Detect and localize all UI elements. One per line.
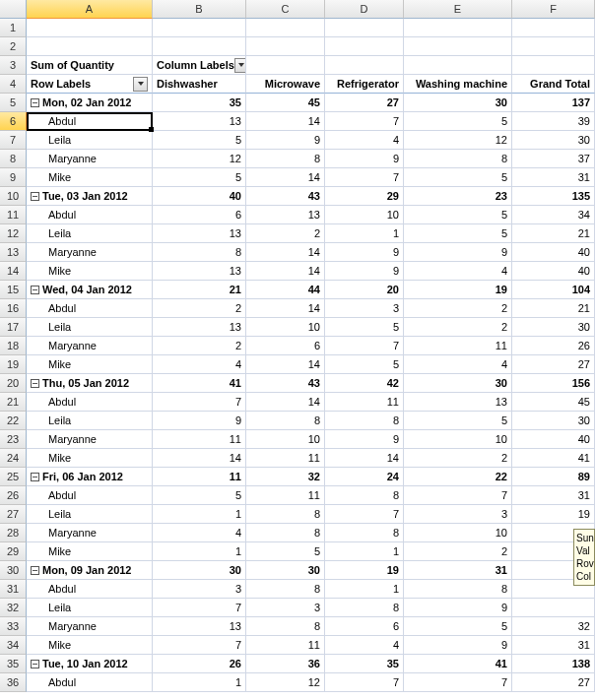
item-value[interactable]: 1: [153, 673, 246, 692]
row-header[interactable]: 23: [0, 430, 27, 449]
row-header[interactable]: 5: [0, 94, 27, 112]
cell[interactable]: [404, 19, 512, 37]
item-value[interactable]: 7: [325, 505, 404, 524]
column-labels-dropdown-icon[interactable]: [234, 58, 246, 73]
group-value[interactable]: 11: [153, 468, 246, 486]
item-value[interactable]: 5: [246, 542, 325, 561]
row-header[interactable]: 19: [0, 355, 27, 374]
item-value[interactable]: 13: [246, 206, 325, 224]
item-value[interactable]: 14: [246, 262, 325, 281]
group-row-label[interactable]: Thu, 05 Jan 2012: [27, 374, 153, 393]
row-header[interactable]: 10: [0, 187, 27, 206]
group-value[interactable]: 40: [153, 187, 246, 206]
row-header[interactable]: 25: [0, 468, 27, 486]
group-value[interactable]: 44: [246, 281, 325, 299]
item-row-label[interactable]: Abdul: [27, 673, 153, 692]
item-row-label[interactable]: Leila: [27, 505, 153, 524]
item-value[interactable]: 13: [153, 617, 246, 636]
item-value[interactable]: 12: [404, 131, 512, 150]
cell[interactable]: [27, 19, 153, 37]
group-value[interactable]: 43: [246, 187, 325, 206]
group-total[interactable]: 137: [512, 94, 595, 112]
column-header-F[interactable]: F: [512, 0, 595, 19]
item-row-label[interactable]: Leila: [27, 131, 153, 150]
item-row-label[interactable]: Leila: [27, 318, 153, 337]
group-value[interactable]: 21: [153, 281, 246, 299]
item-total[interactable]: 30: [512, 412, 595, 430]
group-value[interactable]: 42: [325, 374, 404, 393]
pivot-col-header[interactable]: Grand Total: [512, 75, 595, 94]
item-row-label[interactable]: Abdul: [27, 206, 153, 224]
column-header-A[interactable]: A: [27, 0, 153, 19]
item-total[interactable]: 21: [512, 224, 595, 243]
group-total[interactable]: 135: [512, 187, 595, 206]
item-value[interactable]: 9: [325, 243, 404, 262]
group-row-label[interactable]: Mon, 09 Jan 2012: [27, 561, 153, 580]
item-value[interactable]: 13: [404, 393, 512, 412]
item-value[interactable]: 8: [246, 505, 325, 524]
spreadsheet-grid[interactable]: ABCDEF 123Sum of QuantityColumn Labels4R…: [0, 0, 595, 692]
item-total[interactable]: 31: [512, 486, 595, 505]
item-value[interactable]: 14: [246, 112, 325, 131]
row-header[interactable]: 15: [0, 281, 27, 299]
item-value[interactable]: 14: [325, 449, 404, 468]
pivot-col-header[interactable]: Dishwasher: [153, 75, 246, 94]
item-value[interactable]: 14: [246, 243, 325, 262]
group-value[interactable]: 30: [404, 94, 512, 112]
cell[interactable]: [153, 19, 246, 37]
group-value[interactable]: 31: [404, 561, 512, 580]
cell[interactable]: [246, 37, 325, 56]
item-value[interactable]: 2: [246, 224, 325, 243]
item-total[interactable]: [512, 599, 595, 617]
item-row-label[interactable]: Maryanne: [27, 243, 153, 262]
item-value[interactable]: 6: [153, 206, 246, 224]
item-value[interactable]: 13: [153, 112, 246, 131]
item-value[interactable]: 9: [325, 262, 404, 281]
group-row-label[interactable]: Tue, 10 Jan 2012: [27, 655, 153, 673]
item-value[interactable]: 5: [404, 224, 512, 243]
row-header[interactable]: 11: [0, 206, 27, 224]
item-value[interactable]: 4: [404, 262, 512, 281]
pivot-col-header[interactable]: Washing machine: [404, 75, 512, 94]
row-header[interactable]: 14: [0, 262, 27, 281]
item-value[interactable]: 14: [246, 299, 325, 318]
cell[interactable]: [325, 19, 404, 37]
group-value[interactable]: 19: [325, 561, 404, 580]
cell[interactable]: [325, 56, 404, 75]
item-value[interactable]: 5: [325, 318, 404, 337]
item-row-label[interactable]: Mike: [27, 542, 153, 561]
item-value[interactable]: 7: [153, 636, 246, 655]
row-header[interactable]: 7: [0, 131, 27, 150]
item-total[interactable]: 40: [512, 430, 595, 449]
cell[interactable]: [512, 56, 595, 75]
group-total[interactable]: 138: [512, 655, 595, 673]
item-value[interactable]: 12: [153, 150, 246, 168]
cell[interactable]: [246, 56, 325, 75]
row-header[interactable]: 9: [0, 168, 27, 187]
item-value[interactable]: 2: [153, 337, 246, 355]
item-total[interactable]: 19: [512, 505, 595, 524]
item-value[interactable]: 4: [325, 131, 404, 150]
item-value[interactable]: 10: [246, 430, 325, 449]
item-value[interactable]: 8: [325, 599, 404, 617]
item-value[interactable]: 11: [246, 486, 325, 505]
item-total[interactable]: 41: [512, 449, 595, 468]
item-value[interactable]: 11: [404, 337, 512, 355]
group-value[interactable]: 45: [246, 94, 325, 112]
item-value[interactable]: 8: [246, 617, 325, 636]
group-value[interactable]: 20: [325, 281, 404, 299]
item-row-label[interactable]: Mike: [27, 355, 153, 374]
group-total[interactable]: 89: [512, 468, 595, 486]
item-value[interactable]: 7: [325, 673, 404, 692]
column-header-C[interactable]: C: [246, 0, 325, 19]
item-value[interactable]: 10: [325, 206, 404, 224]
item-value[interactable]: 8: [153, 243, 246, 262]
row-header[interactable]: 8: [0, 150, 27, 168]
item-value[interactable]: 1: [325, 542, 404, 561]
item-value[interactable]: 12: [246, 673, 325, 692]
row-header[interactable]: 27: [0, 505, 27, 524]
item-value[interactable]: 8: [404, 150, 512, 168]
group-total[interactable]: 156: [512, 374, 595, 393]
item-value[interactable]: 2: [153, 299, 246, 318]
group-row-label[interactable]: Fri, 06 Jan 2012: [27, 468, 153, 486]
